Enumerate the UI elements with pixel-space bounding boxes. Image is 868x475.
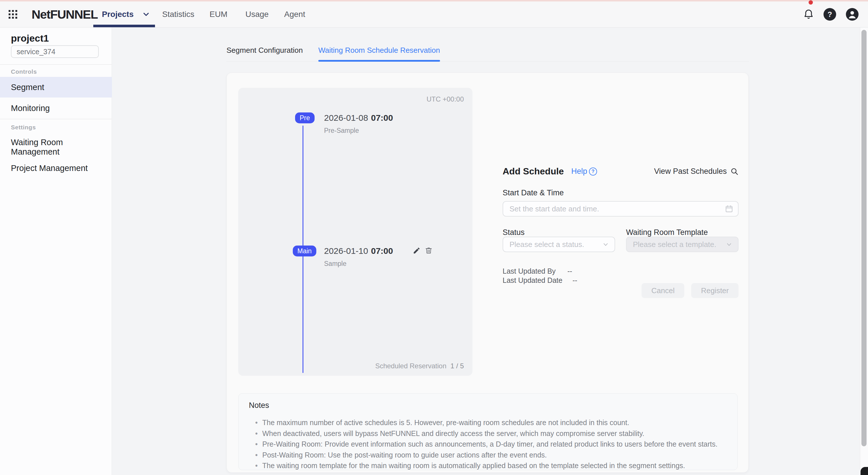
timeline-event-datetime: 2026-01-1007:00: [324, 246, 393, 256]
cancel-button[interactable]: Cancel: [642, 283, 684, 298]
calendar-icon[interactable]: [725, 205, 733, 213]
template-label: Waiting Room Template: [626, 228, 708, 237]
bullet-dot: •: [255, 418, 258, 427]
view-past-schedules-link[interactable]: View Past Schedules: [654, 167, 739, 176]
tab-waiting-room-schedule-reservation[interactable]: Waiting Room Schedule Reservation: [318, 39, 440, 61]
main-content: Segment Configuration Waiting Room Sched…: [112, 28, 860, 475]
nav-item-usage[interactable]: Usage: [245, 1, 269, 27]
last-updated-by-label: Last Updated By: [503, 267, 556, 275]
add-schedule-form: Add Schedule Help ? View Past Schedules …: [503, 166, 739, 304]
timeline-badge-pre: Pre: [295, 112, 315, 123]
note-item: •Post-Waiting Room: Use the post-waiting…: [249, 450, 727, 461]
note-text: Pre-Waiting Room: Provide event informat…: [262, 440, 718, 448]
service-selector[interactable]: service_374: [11, 45, 99, 58]
form-header: Add Schedule Help ? View Past Schedules: [503, 166, 739, 177]
form-buttons: Cancel Register: [642, 283, 739, 298]
user-avatar-icon[interactable]: [846, 8, 859, 21]
nav-item-statistics[interactable]: Statistics: [162, 1, 194, 27]
note-text: The waiting room template for the main w…: [262, 462, 685, 470]
bullet-dot: •: [255, 462, 258, 470]
person-glyph: [846, 8, 859, 21]
search-icon: [730, 167, 739, 175]
bullet-dot: •: [255, 451, 258, 459]
note-item: •When deactivated, users will bypass Net…: [249, 428, 727, 439]
last-updated-date-row: Last Updated Date --: [503, 276, 577, 284]
notes-panel: Notes •The maximum number of active sche…: [238, 393, 738, 470]
tab-segment-configuration[interactable]: Segment Configuration: [226, 39, 303, 61]
timeline-event-name: Pre-Sample: [324, 127, 359, 135]
status-label: Status: [503, 228, 525, 237]
notes-title: Notes: [249, 401, 727, 410]
status-placeholder: Please select a status.: [509, 240, 584, 249]
sidebar-item-label: Segment: [11, 82, 44, 92]
chevron-down-icon: [602, 241, 609, 248]
sidebar-item-label: Project Management: [11, 164, 88, 173]
start-date-label: Start Date & Time: [503, 189, 564, 197]
help-link-label: Help: [571, 167, 587, 176]
tab-bar: Segment Configuration Waiting Room Sched…: [226, 39, 749, 62]
note-text: The maximum number of active schedules i…: [262, 418, 629, 427]
active-nav-indicator: [93, 25, 155, 27]
sidebar-divider: [0, 64, 112, 65]
sidebar-item-label: Monitoring: [11, 104, 50, 113]
timeline-footer: Scheduled Reservation1 / 5: [375, 362, 464, 370]
nav-item-eum[interactable]: EUM: [210, 1, 227, 27]
event-time: 07:00: [371, 246, 393, 256]
template-select[interactable]: Please select a template.: [626, 237, 739, 252]
sidebar-item-project-management[interactable]: Project Management: [0, 159, 112, 177]
status-select[interactable]: Please select a status.: [503, 237, 615, 252]
notifications-bell-icon[interactable]: [802, 1, 815, 27]
last-updated-date-value: --: [572, 276, 577, 284]
help-link[interactable]: Help ?: [571, 167, 597, 176]
schedule-timeline-panel: UTC +00:00 Pre 2026-01-0807:00 Pre-Sampl…: [238, 88, 472, 376]
edit-pencil-icon[interactable]: [412, 246, 421, 255]
form-title: Add Schedule: [503, 166, 564, 177]
grid-glyph: [9, 10, 17, 19]
note-text: Post-Waiting Room: Use the post-waiting …: [262, 451, 547, 459]
sidebar-divider: [0, 119, 112, 119]
last-updated-by-row: Last Updated By --: [503, 267, 572, 275]
netfunnel-logo[interactable]: NetFUNNEL: [32, 1, 98, 27]
timeline-badge-main: Main: [293, 245, 316, 257]
bullet-dot: •: [255, 440, 258, 448]
vertical-scrollbar: [860, 28, 868, 475]
event-date: 2026-01-10: [324, 246, 368, 256]
sidebar-item-segment[interactable]: Segment: [0, 77, 112, 98]
chevron-down-icon: [725, 241, 733, 248]
template-placeholder: Please select a template.: [633, 240, 716, 249]
event-date: 2026-01-08: [324, 113, 368, 123]
bullet-dot: •: [255, 430, 258, 437]
nav-item-agent[interactable]: Agent: [284, 1, 305, 27]
view-past-label: View Past Schedules: [654, 167, 727, 176]
nav-item-projects[interactable]: Projects: [102, 1, 150, 27]
sidebar-item-label: Waiting Room Management: [11, 138, 112, 157]
timezone-label: UTC +00:00: [427, 95, 464, 103]
nav-projects-label: Projects: [102, 10, 134, 19]
chevron-down-icon: [142, 10, 150, 19]
last-updated-by-value: --: [567, 267, 572, 275]
bottom-right-corner-shape: [861, 467, 868, 475]
sidebar-section-settings: Settings: [11, 124, 36, 131]
timeline-event-name: Sample: [324, 260, 346, 268]
event-time: 07:00: [371, 113, 393, 123]
sidebar: project1 service_374 Controls Segment Mo…: [0, 28, 112, 475]
reservation-count: 1 / 5: [451, 362, 464, 370]
note-item: •Pre-Waiting Room: Provide event informa…: [249, 439, 727, 450]
schedule-reservation-card: UTC +00:00 Pre 2026-01-0807:00 Pre-Sampl…: [226, 73, 749, 473]
scrollbar-thumb[interactable]: [861, 30, 867, 446]
note-item: •The waiting room template for the main …: [249, 461, 727, 471]
top-navbar: NetFUNNEL Projects Statistics EUM Usage …: [0, 1, 868, 28]
sidebar-item-waiting-room-management[interactable]: Waiting Room Management: [0, 138, 112, 156]
app-grid-icon[interactable]: [8, 1, 18, 27]
delete-trash-icon[interactable]: [424, 246, 433, 255]
sidebar-section-controls: Controls: [11, 68, 37, 75]
help-question-icon: ?: [589, 168, 597, 175]
help-icon[interactable]: ?: [824, 8, 836, 21]
register-button[interactable]: Register: [691, 283, 739, 298]
start-date-input[interactable]: [503, 201, 739, 216]
note-text: When deactivated, users will bypass NetF…: [262, 430, 644, 437]
project-title: project1: [11, 33, 49, 44]
sidebar-item-monitoring[interactable]: Monitoring: [0, 98, 112, 119]
timeline-event-datetime: 2026-01-0807:00: [324, 113, 393, 123]
scheduled-reservation-label: Scheduled Reservation: [375, 362, 446, 370]
